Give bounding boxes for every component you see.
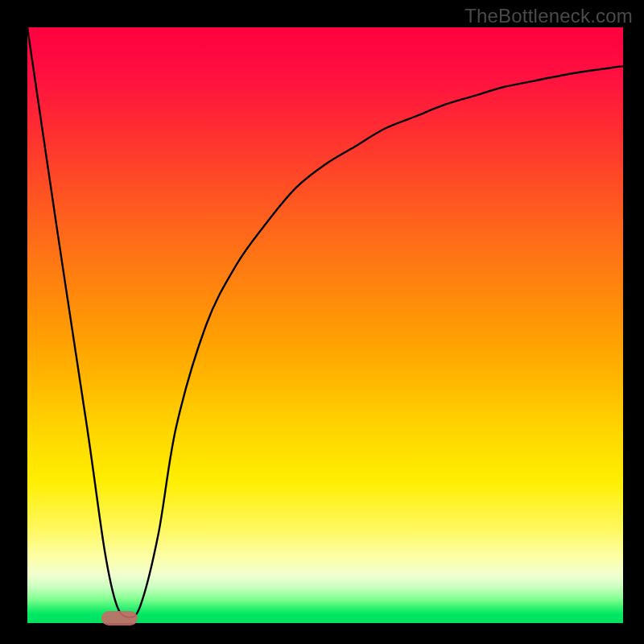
watermark-text: TheBottleneck.com xyxy=(464,5,633,27)
optimal-range-marker xyxy=(101,611,138,625)
bottleneck-curve xyxy=(27,27,623,623)
chart-frame: TheBottleneck.com xyxy=(0,0,644,644)
plot-area xyxy=(27,27,623,623)
curve-path xyxy=(27,27,623,617)
